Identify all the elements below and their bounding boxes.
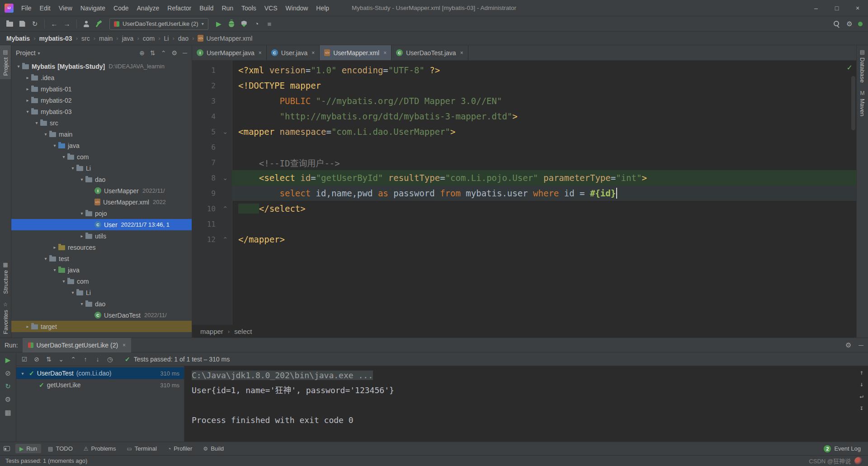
tree-item-utils[interactable]: ▸utils [11, 230, 192, 242]
menu-refactor[interactable]: Refactor [163, 0, 195, 16]
tree-arrow-icon[interactable]: ▸ [24, 75, 31, 80]
tree-arrow-icon[interactable]: ▾ [78, 301, 85, 306]
menu-file[interactable]: File [17, 0, 36, 16]
build-project-button[interactable] [93, 18, 105, 30]
breadcrumb-item[interactable]: com [143, 35, 155, 42]
tree-item-usermapper.xml[interactable]: </>UserMapper.xml2022 [11, 196, 192, 208]
annotate-button[interactable] [80, 18, 92, 30]
breadcrumb-item[interactable]: Mybatis [6, 35, 30, 42]
expand-all-icon[interactable]: ⌄ [56, 354, 66, 365]
menu-run[interactable]: Run [217, 0, 237, 16]
settings-button[interactable]: ⚙ [844, 18, 855, 30]
editor-tab-usermapper.xml[interactable]: </>UserMapper.xml× [320, 45, 392, 60]
back-button[interactable]: ← [48, 18, 60, 30]
project-view-select[interactable]: Project [16, 49, 36, 57]
toolwindow-button-build[interactable]: ⚙Build [199, 444, 228, 453]
tab-close-icon[interactable]: × [259, 50, 262, 56]
toggle-toolwindows-icon[interactable] [4, 446, 10, 451]
tree-item-.idea[interactable]: ▸.idea [11, 72, 192, 83]
show-passed-icon[interactable]: ☑ [19, 354, 30, 365]
tree-arrow-icon[interactable]: ▾ [69, 290, 76, 295]
test-tree-item[interactable]: ▾✓UserDaoTest(com.Li.dao)310 ms [16, 367, 184, 379]
tree-item-dao[interactable]: ▾dao [11, 298, 192, 309]
tree-item-com[interactable]: ▾com [11, 276, 192, 287]
close-icon[interactable]: × [123, 342, 126, 348]
tree-arrow-icon[interactable]: ▸ [24, 324, 31, 329]
menu-help[interactable]: Help [312, 0, 333, 16]
tree-arrow-icon[interactable]: ▾ [78, 211, 85, 216]
tool-button-structure[interactable]: ▦Structure [2, 258, 9, 298]
ignore-icon[interactable]: ⊘ [31, 354, 42, 365]
breadcrumb-item[interactable]: dao [178, 35, 189, 42]
breadcrumb-item[interactable]: Li [164, 35, 169, 42]
tree-item-test[interactable]: ▾test [11, 253, 192, 264]
project-tree[interactable]: ▾Mybatis[Mybatis-Study]D:\IDEAJAVA_learn… [11, 61, 192, 338]
open-button[interactable] [4, 18, 15, 30]
rerun-failed-icon[interactable]: ↻ [5, 382, 11, 390]
save-button[interactable] [16, 18, 28, 30]
tree-arrow-icon[interactable]: ▾ [42, 256, 49, 261]
tree-item-pojo[interactable]: ▾pojo [11, 208, 192, 219]
locate-file-icon[interactable]: ⊕ [139, 49, 145, 57]
editor-scrollbar[interactable] [851, 76, 855, 130]
tool-button-maven[interactable]: MMaven [857, 86, 868, 120]
tree-item-java[interactable]: ▾java [11, 264, 192, 276]
tree-item-usermapper[interactable]: IUserMapper2022/11/ [11, 185, 192, 196]
coverage-button[interactable] [238, 18, 250, 30]
hide-icon[interactable]: ─ [859, 341, 863, 349]
close-button[interactable]: × [847, 0, 868, 16]
tree-arrow-icon[interactable]: ▾ [33, 120, 40, 125]
test-tree[interactable]: ▾✓UserDaoTest(com.Li.dao)310 ms✓getUserL… [16, 366, 184, 442]
breadcrumb-item[interactable]: mybatis-03 [39, 35, 72, 42]
tree-arrow-icon[interactable]: ▾ [60, 154, 67, 159]
menu-navigate[interactable]: Navigate [76, 0, 109, 16]
tree-item-dao[interactable]: ▾dao [11, 174, 192, 185]
forward-button[interactable]: → [61, 18, 73, 30]
toolwindow-button-run[interactable]: ▶Run [15, 444, 41, 453]
tool-button-project[interactable]: ▤ Project [0, 45, 11, 79]
tree-item-mybatis-01[interactable]: ▸mybatis-01 [11, 83, 192, 95]
menu-analyze[interactable]: Analyze [133, 0, 164, 16]
run-button[interactable]: ▶ [213, 18, 225, 30]
breadcrumb-item[interactable]: java [122, 35, 134, 42]
menu-build[interactable]: Build [195, 0, 217, 16]
profiler-button[interactable]: ◔ [251, 18, 263, 30]
menu-tools[interactable]: Tools [237, 0, 260, 16]
tree-arrow-icon[interactable]: ▸ [51, 245, 58, 250]
editor-tab-userdaotest.java[interactable]: CUserDaoTest.java× [392, 45, 468, 60]
tree-item-li[interactable]: ▾Li [11, 162, 192, 174]
fold-icon[interactable]: ⌄ [218, 128, 232, 135]
breadcrumb-item[interactable]: </>UserMapper.xml [198, 35, 252, 42]
tree-item-li[interactable]: ▾Li [11, 287, 192, 298]
tree-item-userdaotest[interactable]: CUserDaoTest2022/11/ [11, 309, 192, 321]
hide-icon[interactable]: ─ [183, 49, 187, 57]
test-settings-icon[interactable]: ⚙ [5, 395, 11, 404]
menu-vcs[interactable]: VCS [260, 0, 282, 16]
scroll-down-icon[interactable]: ↓ [860, 380, 863, 388]
tree-arrow-icon[interactable]: ▾ [15, 64, 22, 69]
tree-item-mybatis-02[interactable]: ▸mybatis-02 [11, 95, 192, 106]
tree-arrow-icon[interactable]: ▸ [78, 233, 85, 238]
next-failed-icon[interactable]: ↓ [92, 354, 103, 365]
tree-arrow-icon[interactable]: ▾ [51, 267, 58, 272]
tree-item-user[interactable]: CUser2022/11/7 13:46, 1 [11, 219, 192, 230]
editor[interactable]: ✓ 1<?xml version="1.0" encoding="UTF-8" … [192, 61, 856, 325]
tab-close-icon[interactable]: × [460, 50, 463, 56]
breadcrumb-item[interactable]: src [81, 35, 90, 42]
sync-button[interactable]: ↻ [29, 18, 41, 30]
menu-code[interactable]: Code [109, 0, 132, 16]
tree-arrow-icon[interactable]: ▾ [42, 132, 49, 137]
scroll-end-icon[interactable]: ↧ [860, 404, 863, 411]
breadcrumb-item[interactable]: main [99, 35, 113, 42]
minimize-button[interactable]: – [806, 0, 826, 16]
soft-wrap-icon[interactable]: ↵ [860, 392, 863, 399]
event-log-button[interactable]: 2Event Log [824, 445, 864, 452]
tree-item-mybatis[interactable]: ▾Mybatis[Mybatis-Study]D:\IDEAJAVA_learn… [11, 61, 192, 72]
scroll-from-source-icon[interactable]: ⇅ [150, 49, 156, 57]
toolwindow-button-terminal[interactable]: ▭Terminal [123, 444, 160, 453]
prev-failed-icon[interactable]: ↑ [80, 354, 91, 365]
sort-icon[interactable]: ⇅ [43, 354, 54, 365]
stop-button[interactable]: ■ [264, 18, 275, 30]
toolwindow-button-todo[interactable]: ▤TODO [44, 444, 77, 453]
menu-edit[interactable]: Edit [36, 0, 55, 16]
